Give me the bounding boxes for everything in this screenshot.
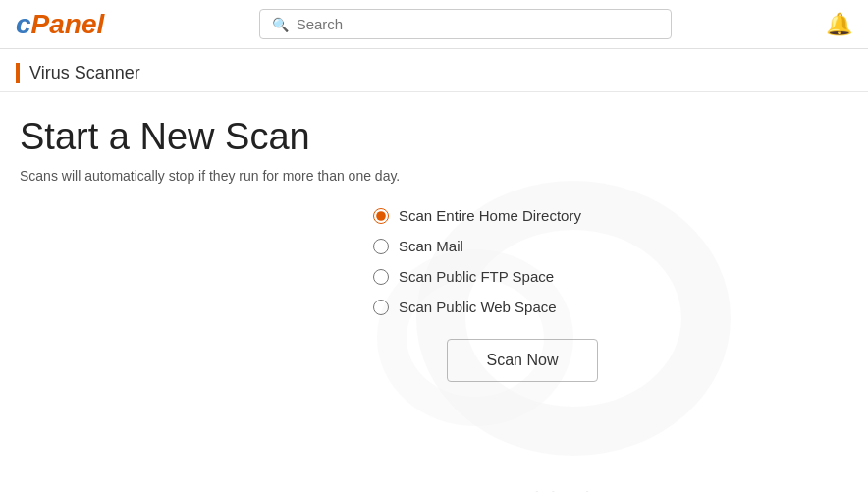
radio-home[interactable] — [373, 208, 389, 224]
scan-heading: Start a New Scan — [20, 116, 848, 158]
radio-mail[interactable] — [373, 239, 389, 254]
watermark-text: adviserhost.com — [357, 488, 829, 492]
radio-ftp-label: Scan Public FTP Space — [399, 268, 554, 285]
radio-option-mail[interactable]: Scan Mail — [373, 238, 848, 254]
radio-option-home[interactable]: Scan Entire Home Directory — [373, 207, 848, 224]
scan-options: Scan Entire Home Directory Scan Mail Sca… — [373, 207, 848, 315]
logo: cPanel — [16, 9, 104, 40]
scan-button-wrapper: Scan Now — [196, 339, 848, 382]
search-box: 🔍 — [259, 9, 672, 39]
page-header: Virus Scanner — [0, 49, 868, 92]
page-title-bar: Virus Scanner — [16, 63, 140, 83]
cpanel-logo: cPanel — [16, 9, 104, 40]
scan-subtext: Scans will automatically stop if they ru… — [20, 168, 848, 184]
search-input[interactable] — [297, 16, 659, 32]
radio-home-label: Scan Entire Home Directory — [399, 207, 581, 224]
radio-mail-label: Scan Mail — [399, 238, 463, 254]
search-icon: 🔍 — [272, 17, 289, 32]
page-title: Virus Scanner — [29, 63, 140, 82]
radio-option-ftp[interactable]: Scan Public FTP Space — [373, 268, 848, 285]
scan-now-button[interactable]: Scan Now — [447, 339, 599, 382]
notification-bell-icon[interactable]: 🔔 — [826, 12, 852, 37]
radio-web-label: Scan Public Web Space — [399, 299, 557, 315]
search-area: 🔍 — [259, 9, 672, 39]
header: cPanel 🔍 🔔 — [0, 0, 868, 49]
bell-area: 🔔 — [826, 12, 852, 37]
radio-ftp[interactable] — [373, 269, 389, 285]
radio-option-web[interactable]: Scan Public Web Space — [373, 299, 848, 315]
main-content: adviserhost.com Start a New Scan Scans w… — [0, 92, 868, 406]
radio-web[interactable] — [373, 300, 389, 315]
